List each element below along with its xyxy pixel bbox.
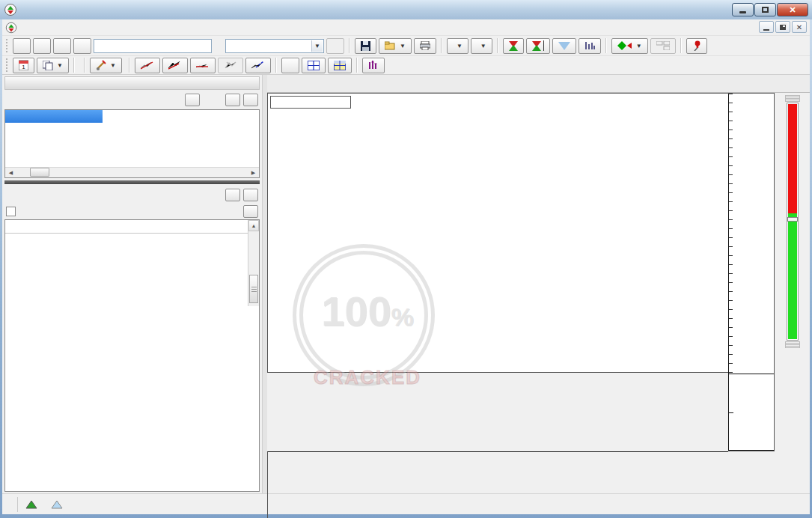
ohlc-info-line [270,96,727,109]
table-view-button[interactable] [302,58,326,73]
symbols-vscrollbar[interactable]: ▲ [248,220,259,306]
copy-icon [43,61,53,70]
zigzag-peak-icon [168,61,182,70]
gauge-stepper-bottom[interactable] [785,341,800,348]
toolbar-main: ▼ ▼ ▼ ▼ ▼ [2,36,810,56]
app-icon [4,4,16,16]
gauge-stepper-top[interactable] [785,95,800,102]
pin-button[interactable] [686,38,707,54]
layout-grid-button[interactable] [650,38,676,54]
signals-button[interactable] [503,38,524,54]
scroll-left-icon[interactable]: ◀ [5,168,16,177]
watchlist-add-button[interactable] [225,94,240,106]
new-tab-button[interactable] [73,38,91,54]
signals-flag-button[interactable] [526,38,550,54]
maximize-button[interactable] [754,3,776,16]
mdi-minimize-button[interactable] [759,21,774,33]
zigzag-flat-icon [196,61,210,70]
gauge-red-zone [788,104,797,213]
linked-checkbox[interactable] [6,207,16,216]
watch-list-item[interactable] [5,110,103,123]
go-button[interactable] [326,38,344,54]
toolbar-grip-2[interactable] [6,58,9,72]
open-button[interactable]: ▼ [379,38,412,54]
fib-button[interactable]: ▼ [471,38,492,54]
floppy-icon [361,41,370,51]
symbol-add-button[interactable] [225,189,240,201]
table-filled-icon [334,61,346,70]
tools-icon [96,60,106,70]
symbol-combo[interactable]: ▼ [225,39,324,53]
trendline-4-button[interactable] [218,58,243,73]
print-button[interactable] [414,38,436,54]
copy-button[interactable]: ▼ [37,58,69,73]
sentiment-gauge[interactable] [787,103,799,341]
mdi-close-button[interactable]: ✕ [792,21,807,33]
pushpin-icon [692,40,701,51]
wl-button[interactable] [33,38,51,54]
scrollbar-thumb[interactable] [249,275,258,303]
volume-chart[interactable] [267,451,728,518]
svg-text:1: 1 [22,64,25,70]
tools-button[interactable]: ▼ [90,58,122,73]
folder-icon [385,41,396,50]
minimize-button[interactable] [732,3,754,16]
histogram-icon [584,40,595,51]
scroll-up-icon[interactable]: ▲ [248,220,259,231]
watchlist-panel: ◀ ▶ [2,75,263,493]
ms-button[interactable] [185,94,200,106]
trendline-2-button[interactable] [162,58,188,73]
updown-triangles-icon [509,41,518,51]
calendar-icon: 1 [19,60,28,70]
diamond-tool-button[interactable]: ▼ [611,38,648,54]
symbol-search-input[interactable] [94,39,212,53]
toolbar-indicators: 1 ▼ ▼ [2,56,810,75]
calendar-button[interactable]: 1 [13,58,34,73]
watchlist-remove-button[interactable] [243,94,258,106]
countdown-corner [728,450,774,451]
panel-separator[interactable] [4,180,260,184]
trendline-3-button[interactable] [190,58,216,73]
histogram-button[interactable] [579,38,601,54]
symbol-remove-button[interactable] [243,189,258,201]
price-trend-icon [51,500,63,509]
purple-histogram-icon [368,60,379,70]
toolbar-grip[interactable] [6,39,9,52]
title-bar: ✕ [0,0,812,19]
price-axis[interactable] [728,93,775,451]
chart-symbol-input[interactable] [270,96,351,109]
child-system-icon[interactable] [6,22,16,32]
table-icon [308,61,320,70]
grid-icon [656,41,670,50]
chart-window: 100% CRACKED [267,75,810,493]
save-button[interactable] [355,38,376,54]
trendline-5-button[interactable] [245,58,271,73]
mdi-restore-button[interactable] [775,21,790,33]
symbols-table: ▲ [4,219,260,492]
auto-button[interactable] [281,58,299,73]
watchlist-hscrollbar[interactable]: ◀ ▶ [5,167,259,177]
collapse-panel-button[interactable] [13,38,31,54]
close-button[interactable]: ✕ [777,3,808,16]
trend-signal-button[interactable] [552,38,576,54]
zigzag-red-icon [141,61,154,70]
price-chart[interactable]: 100% CRACKED [267,93,728,373]
volume-axis [728,374,774,450]
rs-button[interactable] [53,38,71,54]
pivot-button[interactable]: ▼ [447,38,468,54]
gauge-green-zone [788,222,797,339]
table-fill-button[interactable] [328,58,352,73]
app-window: ✕ ✕ ▼ ▼ [0,0,812,518]
s-button[interactable] [243,205,258,218]
updown-flag-icon [532,41,541,51]
scroll-right-icon[interactable]: ▶ [248,168,259,177]
no-supply-icon [25,500,37,509]
panel-header [4,76,260,90]
combo-dropdown-icon[interactable]: ▼ [311,40,323,52]
blue-triangle-icon [558,42,570,50]
printer-icon [420,41,430,50]
zigzag-blue-icon [251,61,265,70]
vsa-histogram-button[interactable] [362,58,385,73]
trendline-1-button[interactable] [135,58,160,73]
workspace: ◀ ▶ [2,75,810,493]
